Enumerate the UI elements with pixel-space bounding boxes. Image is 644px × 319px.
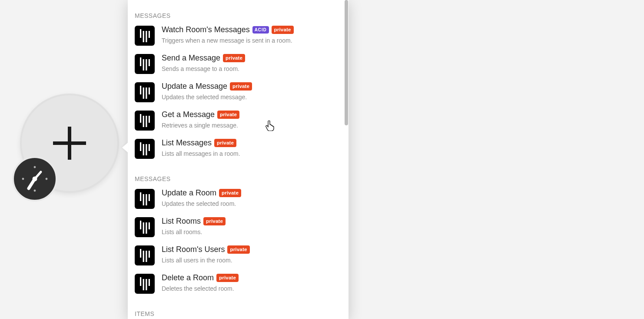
gitter-icon	[135, 54, 155, 74]
private-badge: private	[214, 139, 236, 147]
private-badge: private	[217, 111, 239, 119]
svg-rect-21	[140, 114, 141, 123]
private-badge: private	[203, 217, 226, 225]
module-item[interactable]: Update a Roomprivate Updates the selecte…	[128, 185, 347, 213]
svg-rect-25	[140, 142, 141, 151]
svg-rect-10	[143, 31, 144, 42]
module-item[interactable]: List Roomsprivate Lists all rooms.	[128, 213, 347, 242]
svg-rect-20	[149, 87, 150, 94]
svg-point-6	[46, 178, 48, 180]
gitter-icon	[135, 82, 155, 102]
svg-rect-38	[143, 251, 144, 262]
item-desc: Updates the selected room.	[162, 200, 340, 208]
svg-rect-1	[53, 141, 86, 145]
svg-rect-18	[143, 87, 144, 99]
clock-icon	[19, 163, 50, 195]
svg-point-7	[34, 190, 36, 192]
svg-line-4	[35, 172, 41, 179]
private-badge: private	[230, 82, 252, 91]
private-badge: private	[223, 54, 245, 62]
plus-icon	[51, 125, 88, 161]
item-title: Delete a Room	[162, 272, 214, 283]
svg-rect-43	[146, 279, 147, 290]
item-title: List Room's Users	[162, 244, 225, 255]
section-header: MESSAGES	[128, 0, 347, 22]
item-desc: Sends a message to a room.	[162, 65, 340, 74]
svg-rect-24	[149, 116, 150, 123]
item-desc: Lists all users in the room.	[162, 256, 340, 265]
item-desc: Retrieves a single message.	[162, 121, 340, 130]
svg-rect-42	[143, 279, 144, 290]
item-title: List Rooms	[162, 216, 201, 227]
svg-rect-39	[146, 251, 147, 262]
module-item[interactable]: Delete a Roomprivate Deletes the selecte…	[128, 270, 347, 298]
item-desc: Lists all messages in a room.	[162, 150, 340, 158]
acid-badge: ACID	[252, 26, 269, 34]
svg-rect-32	[149, 194, 150, 201]
svg-rect-31	[146, 194, 147, 205]
svg-rect-35	[146, 222, 147, 234]
item-title: Watch Room's Messages	[162, 24, 250, 35]
module-item[interactable]: List Messagesprivate Lists all messages …	[128, 135, 347, 163]
svg-rect-23	[146, 116, 147, 127]
svg-rect-14	[143, 59, 144, 71]
svg-rect-29	[140, 192, 141, 201]
module-item[interactable]: Update a Messageprivate Updates the sele…	[128, 78, 347, 107]
item-desc: Deletes the selected room.	[162, 285, 340, 293]
item-title: List Messages	[162, 138, 212, 148]
svg-line-3	[29, 179, 35, 188]
item-title: Get a Message	[162, 109, 215, 120]
svg-rect-12	[149, 31, 150, 38]
svg-rect-26	[143, 144, 144, 155]
item-desc: Lists all rooms.	[162, 228, 340, 237]
svg-rect-40	[149, 251, 150, 258]
panel-scrollbar[interactable]	[344, 0, 349, 319]
gitter-icon	[135, 26, 155, 46]
item-title: Update a Room	[162, 188, 216, 198]
svg-rect-15	[146, 59, 147, 71]
svg-rect-11	[146, 31, 147, 42]
svg-rect-13	[140, 57, 141, 66]
item-title: Send a Message	[162, 53, 220, 64]
svg-rect-16	[149, 59, 150, 66]
svg-rect-22	[143, 116, 144, 127]
private-badge: private	[227, 245, 249, 254]
module-node[interactable]	[17, 94, 121, 197]
svg-rect-36	[149, 222, 150, 229]
module-picker-panel: MESSAGES Watch Room's Messages ACID priv…	[128, 0, 349, 319]
svg-rect-19	[146, 87, 147, 99]
svg-rect-44	[149, 279, 150, 286]
gitter-icon	[135, 139, 155, 159]
module-item[interactable]: Watch Room's Messages ACID private Trigg…	[128, 22, 347, 50]
svg-point-8	[22, 178, 24, 180]
item-desc: Triggers when a new message is sent in a…	[162, 37, 340, 45]
gitter-icon	[135, 189, 155, 209]
svg-rect-30	[143, 194, 144, 205]
svg-rect-37	[140, 249, 141, 258]
panel-arrow	[122, 142, 128, 153]
private-badge: private	[219, 189, 241, 197]
item-title: Update a Message	[162, 81, 227, 92]
svg-rect-17	[140, 86, 141, 94]
module-item[interactable]: Send a Messageprivate Sends a message to…	[128, 50, 347, 78]
module-item[interactable]: List Room's Usersprivate Lists all users…	[128, 242, 347, 270]
svg-rect-33	[140, 221, 141, 229]
module-item[interactable]: Get a Messageprivate Retrieves a single …	[128, 107, 347, 135]
gitter-icon	[135, 217, 155, 237]
private-badge: private	[216, 274, 239, 282]
gitter-icon	[135, 245, 155, 265]
svg-rect-34	[143, 222, 144, 234]
section-header: MESSAGES	[128, 163, 347, 185]
gitter-icon	[135, 111, 155, 131]
panel-scrollbar-thumb[interactable]	[345, 0, 348, 125]
svg-rect-27	[146, 144, 147, 155]
section-header: ITEMS	[128, 298, 347, 319]
svg-rect-9	[140, 29, 141, 38]
svg-point-5	[34, 166, 36, 168]
gitter-icon	[135, 274, 155, 294]
item-desc: Updates the selected message.	[162, 93, 340, 102]
svg-rect-41	[140, 277, 141, 286]
clock-badge[interactable]	[12, 156, 57, 201]
svg-rect-28	[149, 144, 150, 151]
panel-scroll-viewport: MESSAGES Watch Room's Messages ACID priv…	[128, 0, 349, 319]
